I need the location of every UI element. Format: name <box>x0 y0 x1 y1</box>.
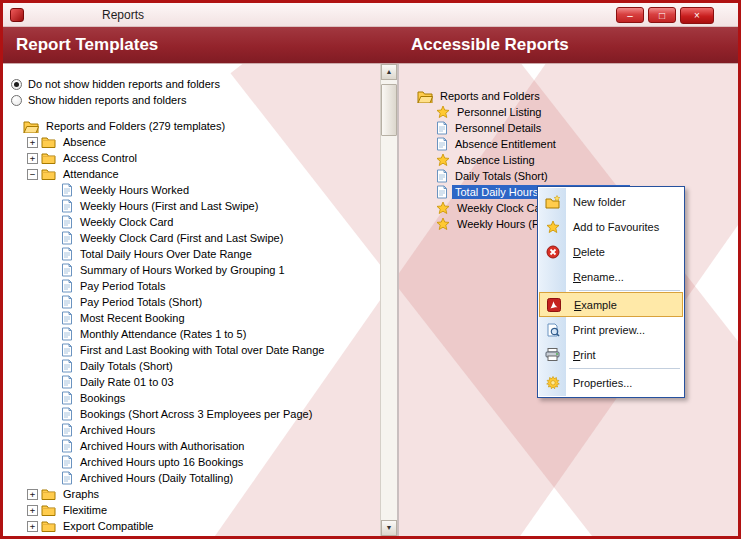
scrollbar-track[interactable] <box>381 80 397 520</box>
tree-item-daily-rate-01-to-03[interactable]: Daily Rate 01 to 03 <box>11 374 380 390</box>
menu-item-label: Print preview... <box>566 324 645 336</box>
menu-item-print[interactable]: Print <box>539 342 683 367</box>
tree-item-label: Attendance <box>60 167 122 181</box>
close-button[interactable]: × <box>680 7 714 24</box>
tree-item-label: Bookings <box>77 391 128 405</box>
minimize-button[interactable]: – <box>616 7 644 23</box>
tree-item-personnel-details[interactable]: Personnel Details <box>405 120 738 136</box>
tree-item-label: Absence <box>60 135 109 149</box>
tree-item-weekly-hours-first-and-last-swipe[interactable]: Weekly Hours (First and Last Swipe) <box>11 198 380 214</box>
star-icon <box>436 153 450 167</box>
tree-item-bookings[interactable]: Bookings <box>11 390 380 406</box>
tree-item-graphs[interactable]: +Graphs <box>11 486 380 502</box>
menu-separator <box>569 290 680 291</box>
tree-item-monthly-attendance-rates-1-to-5[interactable]: Monthly Attendance (Rates 1 to 5) <box>11 326 380 342</box>
tree-item-first-and-last-booking-with-total-over-date-range[interactable]: First and Last Booking with Total over D… <box>11 342 380 358</box>
expand-icon[interactable]: + <box>27 153 38 164</box>
tree-item-label: Personnel Details <box>452 121 544 135</box>
tree-item-summary-of-hours-worked-by-grouping-1[interactable]: Summary of Hours Worked by Grouping 1 <box>11 262 380 278</box>
tree-item-label: Most Recent Booking <box>77 311 188 325</box>
tree-item-daily-totals-short[interactable]: Daily Totals (Short) <box>405 168 738 184</box>
menu-item-new-folder[interactable]: New folder <box>539 189 683 214</box>
folder-open-icon <box>23 120 39 133</box>
expand-icon[interactable]: + <box>27 521 38 532</box>
tree-item-weekly-clock-card-first-and-last-swipe[interactable]: Weekly Clock Card (First and Last Swipe) <box>11 230 380 246</box>
folder-icon <box>41 504 56 516</box>
tree-item-label: Absence Listing <box>454 153 538 167</box>
collapse-icon[interactable]: − <box>27 169 38 180</box>
tree-item-label: Archived Hours upto 16 Bookings <box>77 455 246 469</box>
panel-headers: Report Templates Accessible Reports <box>3 27 738 63</box>
tree-item-label: Weekly Hours (First and Last Swipe) <box>77 199 261 213</box>
radio-do-not-show-hidden-reports-and-folders[interactable]: Do not show hidden reports and folders <box>11 76 380 92</box>
pdf-icon <box>540 298 567 312</box>
tree-item-absence-listing[interactable]: Absence Listing <box>405 152 738 168</box>
left-panel-title: Report Templates <box>3 35 397 55</box>
tree-item-access-control[interactable]: +Access Control <box>11 150 380 166</box>
tree-item-attendance[interactable]: −Attendance <box>11 166 380 182</box>
expand-icon[interactable]: + <box>27 137 38 148</box>
tree-item-total-daily-hours-over-date-range[interactable]: Total Daily Hours Over Date Range <box>11 246 380 262</box>
tree-item-personnel-listing[interactable]: Personnel Listing <box>405 104 738 120</box>
scroll-up-icon[interactable]: ▲ <box>381 64 397 80</box>
radio-button-icon[interactable] <box>11 79 22 90</box>
doc-icon <box>61 359 73 373</box>
expand-icon[interactable]: + <box>27 505 38 516</box>
menu-item-rename[interactable]: Rename... <box>539 264 683 289</box>
tree-item-most-recent-booking[interactable]: Most Recent Booking <box>11 310 380 326</box>
maximize-button[interactable]: □ <box>648 7 676 23</box>
doc-icon <box>436 169 448 183</box>
folder-open-icon <box>417 90 433 103</box>
reports-window: Reports –□× Report Templates Accessible … <box>0 0 741 539</box>
tree-item-archived-hours-with-authorisation[interactable]: Archived Hours with Authorisation <box>11 438 380 454</box>
doc-icon <box>436 137 448 151</box>
tree-item-bookings-short-across-3-employees-per-page[interactable]: Bookings (Short Across 3 Employees per P… <box>11 406 380 422</box>
tree-item-weekly-clock-card[interactable]: Weekly Clock Card <box>11 214 380 230</box>
tree-item-reports-and-folders-279-templates[interactable]: Reports and Folders (279 templates) <box>11 118 380 134</box>
tree-item-label: Flexitime <box>60 503 110 517</box>
doc-icon <box>61 375 73 389</box>
tree-item-label: Pay Period Totals (Short) <box>77 295 205 309</box>
tree-item-flexitime[interactable]: +Flexitime <box>11 502 380 518</box>
left-panel-scrollbar[interactable]: ▲ ▼ <box>380 64 397 536</box>
tree-item-weekly-hours-worked[interactable]: Weekly Hours Worked <box>11 182 380 198</box>
tree-item-absence[interactable]: +Absence <box>11 134 380 150</box>
tree-item-archived-hours-upto-16-bookings[interactable]: Archived Hours upto 16 Bookings <box>11 454 380 470</box>
menu-item-add-to-favourites[interactable]: Add to Favourites <box>539 214 683 239</box>
doc-icon <box>61 295 73 309</box>
tree-item-absence-entitlement[interactable]: Absence Entitlement <box>405 136 738 152</box>
doc-icon <box>61 183 73 197</box>
radio-label: Show hidden reports and folders <box>28 94 186 106</box>
tree-item-label: Archived Hours with Authorisation <box>77 439 247 453</box>
tree-item-pay-period-totals[interactable]: Pay Period Totals <box>11 278 380 294</box>
doc-icon <box>61 439 73 453</box>
menu-item-example[interactable]: Example <box>539 292 683 317</box>
expand-icon[interactable]: + <box>27 489 38 500</box>
doc-icon <box>61 231 73 245</box>
tree-item-export-compatible[interactable]: +Export Compatible <box>11 518 380 534</box>
tree-item-archived-hours[interactable]: Archived Hours <box>11 422 380 438</box>
tree-item-label: Daily Totals (Short) <box>452 169 551 183</box>
doc-icon <box>61 423 73 437</box>
scrollbar-thumb[interactable] <box>381 84 397 136</box>
tree-item-label: Weekly Clock Card <box>77 215 176 229</box>
radio-label: Do not show hidden reports and folders <box>28 78 220 90</box>
radio-show-hidden-reports-and-folders[interactable]: Show hidden reports and folders <box>11 92 380 108</box>
printer-icon <box>539 348 566 361</box>
menu-item-delete[interactable]: Delete <box>539 239 683 264</box>
folder-icon <box>41 520 56 532</box>
menu-item-label: Rename... <box>566 271 624 283</box>
tree-item-archived-hours-daily-totalling[interactable]: Archived Hours (Daily Totalling) <box>11 470 380 486</box>
star-icon <box>539 220 566 234</box>
radio-button-icon[interactable] <box>11 95 22 106</box>
menu-item-print-preview[interactable]: Print preview... <box>539 317 683 342</box>
scroll-down-icon[interactable]: ▼ <box>381 520 397 536</box>
tree-item-pay-period-totals-short[interactable]: Pay Period Totals (Short) <box>11 294 380 310</box>
tree-item-label: Monthly Attendance (Rates 1 to 5) <box>77 327 249 341</box>
tree-item-label: Absence Entitlement <box>452 137 559 151</box>
tree-item-label: Weekly Clock Card (First and Last Swipe) <box>77 231 286 245</box>
tree-item-reports-and-folders[interactable]: Reports and Folders <box>405 88 738 104</box>
menu-item-properties[interactable]: Properties... <box>539 370 683 395</box>
tree-item-daily-totals-short[interactable]: Daily Totals (Short) <box>11 358 380 374</box>
titlebar: Reports –□× <box>3 3 738 27</box>
